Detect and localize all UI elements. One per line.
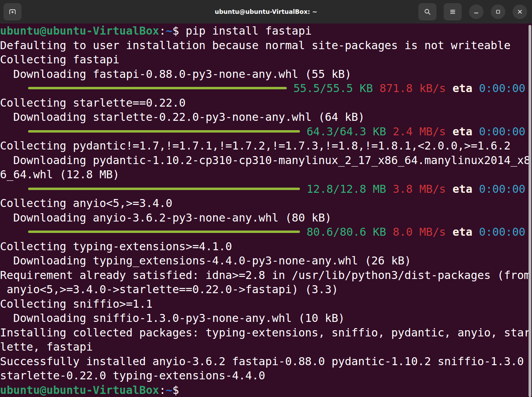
close-icon [516,8,523,15]
text-segment: Downloading pydantic-1.10.2-cp310-cp310-… [0,154,530,166]
download-progress-line: 80.6/80.6 KB 8.0 MB/s eta 0:00:00 [0,225,532,239]
output-line: Requirement already satisfied: idna>=2.8… [0,268,532,282]
eta-value: 0:00:00 [479,225,525,239]
output-line: Downloading anyio-3.6.2-py3-none-any.whl… [0,210,532,225]
downloaded-size: 12.8/12.8 MB [307,182,386,196]
download-speed: 8.0 MB/s [393,225,446,239]
text-segment [472,124,479,139]
text-segment: Collecting pydantic!=1.7,!=1.7.1,!=1.7.2… [0,139,511,152]
eta-label: eta [452,225,472,239]
download-progress-bar [28,188,300,190]
eta-label: eta [452,81,472,96]
download-speed: 3.8 MB/s [393,182,446,196]
output-line: Downloading fastapi-0.88.0-py3-none-any.… [0,67,532,81]
output-line: Downloading typing_extensions-4.4.0-py3-… [0,253,532,268]
titlebar[interactable]: ubuntu@ubuntu-VirtualBox: ~ [0,0,532,24]
eta-label: eta [452,124,472,139]
eta-value: 0:00:00 [479,124,525,139]
prompt-path: ~ [166,384,172,396]
text-segment: Collecting typing-extensions>=4.1.0 [0,240,232,253]
output-line: Collecting fastapi [0,52,532,67]
eta-label: eta [452,182,472,196]
terminal-window: ubuntu@ubuntu-VirtualBox: ~ [0,0,532,397]
output-line: Collecting anyio<5,>=3.4.0 [0,196,532,210]
text-segment [373,81,380,96]
shell-prompt-line: ubuntu@ubuntu-VirtualBox:~$ [0,383,532,397]
output-line: Collecting sniffio>=1.1 [0,297,532,311]
text-segment [472,81,479,96]
terminal-output[interactable]: ubuntu@ubuntu-VirtualBox:~$ pip install … [0,24,532,397]
text-segment: Downloading typing_extensions-4.4.0-py3-… [0,254,411,267]
download-progress-line: 64.3/64.3 KB 2.4 MB/s eta 0:00:00 [0,124,532,139]
text-segment [386,225,393,239]
command-prompt-line: ubuntu@ubuntu-VirtualBox:~$ pip install … [0,24,532,38]
downloaded-size: 80.6/80.6 KB [307,225,386,239]
eta-value: 0:00:00 [479,81,525,96]
new-tab-icon [8,8,17,16]
text-segment [472,182,479,196]
text-segment: 6_64.whl (12.8 MB) [0,168,119,181]
new-tab-button[interactable] [3,3,21,20]
download-speed: 871.8 kB/s [380,81,446,96]
minimize-button[interactable] [469,4,484,19]
titlebar-controls [418,3,527,20]
text-segment: starlette-0.22.0 typing-extensions-4.4.0 [0,369,265,382]
downloaded-size: 55.5/55.5 KB [293,81,373,96]
text-segment: Downloading fastapi-0.88.0-py3-none-any.… [0,67,352,80]
text-segment: Collecting sniffio>=1.1 [0,297,152,310]
text-segment: Collecting starlette==0.22.0 [0,96,186,109]
text-segment [472,225,479,239]
text-segment [446,81,452,96]
terminal-scrollbar[interactable] [529,25,531,397]
output-line: Successfully installed anyio-3.6.2 fasta… [0,354,532,369]
output-line: Defaulting to user installation because … [0,38,532,53]
search-icon [423,8,432,16]
output-line: Downloading pydantic-1.10.2-cp310-cp310-… [0,153,532,168]
minimize-icon [473,8,480,15]
text-segment: Collecting fastapi [0,53,119,66]
text-segment [386,124,393,139]
output-line: starlette-0.22.0 typing-extensions-4.4.0 [0,368,532,383]
output-line: Downloading starlette-0.22.0-py3-none-an… [0,110,532,124]
download-progress-line: 12.8/12.8 MB 3.8 MB/s eta 0:00:00 [0,182,532,196]
text-segment: Collecting anyio<5,>=3.4.0 [0,197,172,209]
output-line: Collecting typing-extensions>=4.1.0 [0,239,532,254]
text-segment [446,182,452,196]
text-segment: Downloading starlette-0.22.0-py3-none-an… [0,110,365,123]
close-button[interactable] [513,4,527,19]
menu-icon [449,8,457,16]
text-segment: lette, fastapi [0,340,93,353]
output-line: Collecting pydantic!=1.7,!=1.7.1,!=1.7.2… [0,138,532,153]
text-segment: Downloading anyio-3.6.2-py3-none-any.whl… [0,211,331,224]
text-segment: Successfully installed anyio-3.6.2 fasta… [0,355,524,368]
output-line: Collecting starlette==0.22.0 [0,96,532,110]
text-segment: : [159,384,166,396]
text-segment: $ [172,384,179,396]
maximize-button[interactable] [491,4,505,19]
text-segment [446,124,452,139]
download-progress-line: 55.5/55.5 KB 871.8 kB/s eta 0:00:00 [0,81,532,96]
prompt-path: ~ [166,24,172,37]
output-line: Downloading sniffio-1.3.0-py3-none-any.w… [0,311,532,325]
text-segment [446,225,452,239]
download-progress-bar [28,130,300,133]
search-button[interactable] [418,3,436,20]
text-segment: Defaulting to user installation because … [0,39,511,52]
text-segment: Installing collected packages: typing-ex… [0,326,530,339]
menu-button[interactable] [444,3,462,20]
text-segment: Requirement already satisfied: idna>=2.8… [0,269,530,281]
output-line: lette, fastapi [0,340,532,354]
eta-value: 0:00:00 [479,182,525,196]
downloaded-size: 64.3/64.3 KB [307,124,386,139]
maximize-icon [495,8,502,15]
download-speed: 2.4 MB/s [393,124,446,139]
text-segment: Downloading sniffio-1.3.0-py3-none-any.w… [0,312,345,324]
output-line: anyio<5,>=3.4.0->starlette==0.22.0->fast… [0,282,532,297]
download-progress-bar [28,231,300,233]
output-line: Installing collected packages: typing-ex… [0,325,532,340]
text-segment: : [159,24,166,37]
prompt-user-host: ubuntu@ubuntu-VirtualBox [0,24,159,37]
prompt-user-host: ubuntu@ubuntu-VirtualBox [0,384,159,396]
text-segment [386,182,393,196]
output-line: 6_64.whl (12.8 MB) [0,167,532,182]
